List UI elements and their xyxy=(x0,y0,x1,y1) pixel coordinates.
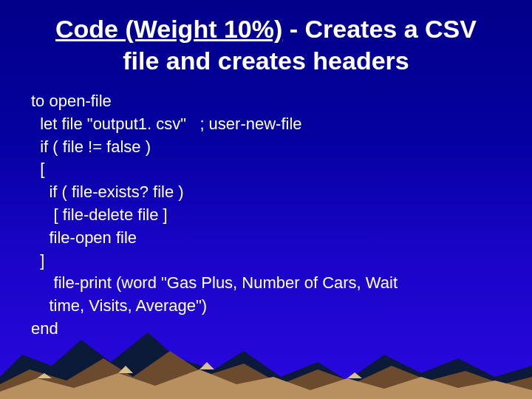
code-line: end xyxy=(31,319,58,338)
code-line: file-print (word "Gas Plus, Number of Ca… xyxy=(31,273,398,292)
title-underlined: Code (Weight 10%) xyxy=(55,15,282,43)
slide-title: Code (Weight 10%) - Creates a CSV file a… xyxy=(44,13,488,76)
code-line: if ( file-exists? file ) xyxy=(31,183,184,201)
code-line: let file "output1. csv" ; user-new-file xyxy=(31,115,302,133)
slide: Code (Weight 10%) - Creates a CSV file a… xyxy=(0,0,532,399)
code-line: [ xyxy=(31,160,44,178)
code-line: file-open file xyxy=(31,228,137,247)
code-line: [ file-delete file ] xyxy=(31,205,168,224)
code-block: to open-file let file "output1. csv" ; u… xyxy=(31,90,501,341)
code-line: ] xyxy=(31,251,44,270)
code-line: time, Visits, Average") xyxy=(31,296,207,315)
code-line: if ( file != false ) xyxy=(31,137,151,156)
code-line: to open-file xyxy=(31,92,112,110)
